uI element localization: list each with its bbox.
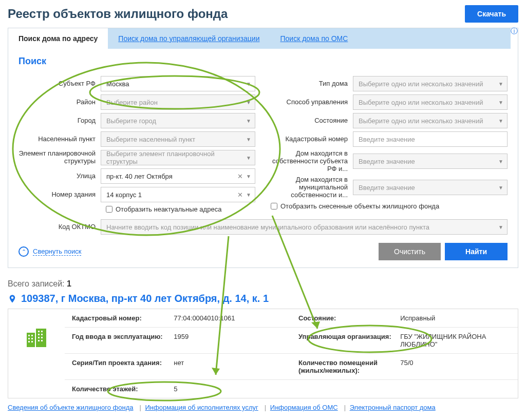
building-label: Номер здания xyxy=(18,191,101,199)
svg-rect-8 xyxy=(38,331,40,332)
oktmo-label: Код ОКТМО xyxy=(18,223,101,231)
search-tabs: Поиск дома по адресу Поиск дома по управ… xyxy=(8,28,511,49)
house-type-select[interactable]: Выберите одно или несколько значений xyxy=(353,76,508,91)
tab-by-org[interactable]: Поиск дома по управляющей организации xyxy=(108,28,270,49)
result-links: Сведения об объекте жилищного фонда| Инф… xyxy=(8,404,518,411)
svg-rect-3 xyxy=(31,335,33,336)
demolished-checkbox[interactable] xyxy=(271,203,277,209)
manager-value: ГБУ "ЖИЛИЩНИК РАЙОНА ЛЮБЛИНО" xyxy=(400,333,511,348)
outdated-label: Отобразить неактуальные адреса xyxy=(116,205,221,213)
tab-by-oms[interactable]: Поиск дома по ОМС xyxy=(270,28,358,49)
manage-label: Способ управления xyxy=(271,99,353,106)
svg-rect-9 xyxy=(41,331,43,332)
city-select[interactable]: Выберите город xyxy=(101,113,255,128)
planning-label: Элемент планировочной структуры xyxy=(18,150,101,165)
district-label: Район xyxy=(18,99,101,106)
state-select[interactable]: Выберите одно или несколько значений xyxy=(353,113,508,128)
subject-own-select[interactable]: Введите значение xyxy=(353,154,508,169)
svg-rect-12 xyxy=(38,337,40,338)
state-result-label: Состояние: xyxy=(298,314,400,322)
svg-rect-6 xyxy=(28,341,30,342)
svg-rect-15 xyxy=(41,340,43,341)
series-value: нет xyxy=(174,359,284,374)
link-object-info[interactable]: Сведения об объекте жилищного фонда xyxy=(8,404,134,411)
planning-select[interactable]: Выберите элемент планировочной структуры xyxy=(101,150,255,165)
svg-rect-7 xyxy=(31,341,33,342)
subject-label: Субъект РФ xyxy=(18,80,101,88)
clear-button[interactable]: Очистить xyxy=(379,243,441,260)
street-label: Улица xyxy=(18,173,101,180)
subject-own-label: Дом находится в собственности субъекта Р… xyxy=(271,150,353,173)
svg-rect-13 xyxy=(41,337,43,338)
outdated-checkbox[interactable] xyxy=(106,206,112,213)
svg-rect-5 xyxy=(31,338,33,339)
building-icon xyxy=(24,323,49,349)
tab-by-address[interactable]: Поиск дома по адресу xyxy=(8,28,108,49)
rooms-value: 75/0 xyxy=(400,359,511,374)
result-card: Кадастровый номер: 77:04:0004010:1061 Со… xyxy=(8,309,518,398)
cadastral-input[interactable]: Введите значение xyxy=(353,131,508,147)
svg-rect-0 xyxy=(27,333,35,347)
svg-rect-10 xyxy=(38,334,40,335)
series-label: Серия/Тип проекта здания: xyxy=(72,359,174,374)
floors-label: Количество этажей: xyxy=(72,385,174,393)
collapse-search-link[interactable]: ⌃ Свернуть поиск xyxy=(18,246,81,257)
city-label: Город xyxy=(18,117,101,125)
demolished-label: Отобразить снесенные объекты жилищного ф… xyxy=(280,202,439,210)
house-type-label: Тип дома xyxy=(271,80,353,88)
subject-select[interactable]: Москва xyxy=(101,76,255,91)
search-heading: Поиск xyxy=(18,56,508,67)
manager-label: Управляющая организация: xyxy=(298,333,400,348)
year-value: 1959 xyxy=(174,333,284,348)
building-select[interactable]: 14 корпус 1 xyxy=(101,187,255,202)
pin-icon xyxy=(8,293,17,304)
clear-building-icon[interactable]: ✕ xyxy=(237,191,243,199)
result-address[interactable]: 109387, г Москва, пр-кт 40 лет Октября, … xyxy=(8,293,518,304)
street-select[interactable]: пр-кт. 40 лет Октября xyxy=(101,168,255,184)
municipal-own-select[interactable]: Введите значение xyxy=(353,180,508,195)
municipal-own-label: Дом находится в муниципальной собственно… xyxy=(271,176,353,199)
cadastral-label: Кадастровый номер xyxy=(271,136,353,143)
cadastral-number-value: 77:04:0004010:1061 xyxy=(174,314,284,322)
manage-select[interactable]: Выберите одно или несколько значений xyxy=(353,94,508,110)
link-passport[interactable]: Электронный паспорт дома xyxy=(350,404,436,411)
locality-label: Населенный пункт xyxy=(18,136,101,143)
link-oms-info[interactable]: Информация об ОМС xyxy=(270,404,338,411)
find-button[interactable]: Найти xyxy=(445,243,508,260)
state-result-value: Исправный xyxy=(400,314,511,322)
year-label: Год ввода в эксплуатацию: xyxy=(72,333,174,348)
cadastral-number-label: Кадастровый номер: xyxy=(72,314,174,322)
state-label: Состояние xyxy=(271,117,353,125)
clear-street-icon[interactable]: ✕ xyxy=(237,173,243,180)
results-count: Всего записей: 1 xyxy=(8,279,518,289)
info-icon[interactable]: ⓘ xyxy=(511,27,518,36)
locality-select[interactable]: Выберите населенный пункт xyxy=(101,131,255,147)
oktmo-input[interactable]: Начните вводить код позиции или наименов… xyxy=(101,219,508,235)
svg-rect-14 xyxy=(38,340,40,341)
link-executors-info[interactable]: Информация об исполнителях услуг xyxy=(145,404,258,411)
page-title: Реестр объектов жилищного фонда xyxy=(8,7,228,21)
rooms-label: Количество помещений (жилых/нежилых): xyxy=(298,359,400,374)
floors-value: 5 xyxy=(174,385,284,393)
svg-rect-2 xyxy=(28,335,30,336)
chevron-up-icon: ⌃ xyxy=(18,246,29,257)
download-button[interactable]: Скачать xyxy=(465,5,518,23)
svg-rect-11 xyxy=(41,334,43,335)
svg-rect-4 xyxy=(28,338,30,339)
district-select[interactable]: Выберите район xyxy=(101,94,255,110)
